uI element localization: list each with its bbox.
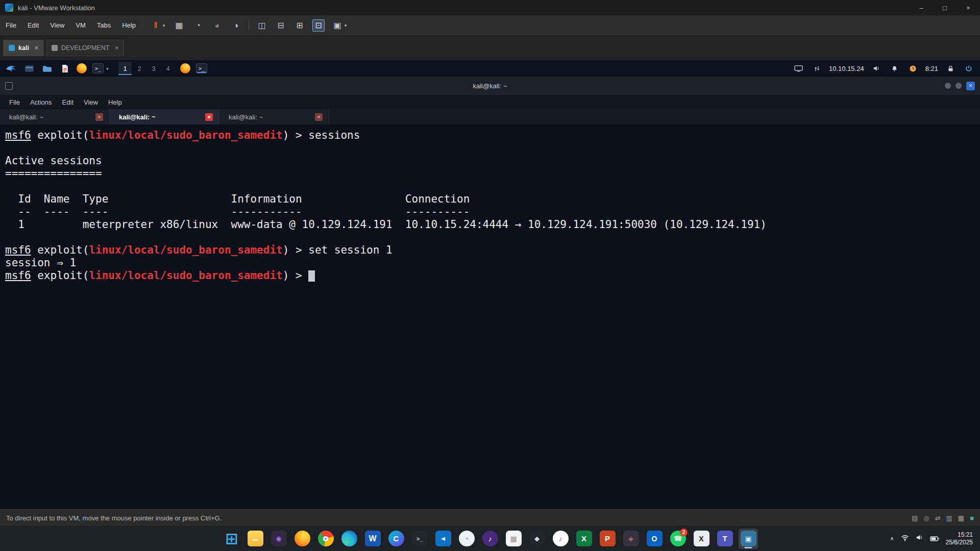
sound-device-icon[interactable]: ▦	[958, 514, 964, 522]
terminal-close-button[interactable]: ×	[966, 82, 975, 90]
menu-item[interactable]: Help	[116, 15, 141, 35]
terminal-tab-close-icon[interactable]: ×	[315, 113, 323, 121]
power-icon[interactable]	[963, 62, 975, 74]
volume-icon[interactable]	[870, 62, 883, 74]
app-icon-dark[interactable]: ◈	[621, 529, 641, 549]
terminal-titlebar[interactable]: kali@kali: ~ ×	[0, 77, 980, 95]
firefox-launcher-icon[interactable]	[77, 63, 87, 73]
terminal-menu-item[interactable]: Help	[103, 98, 127, 106]
revert-snapshot-icon[interactable]: ◕	[211, 19, 223, 32]
x-app-icon[interactable]: X	[692, 529, 711, 549]
send-cad-icon[interactable]: ▦	[173, 19, 185, 32]
firefox-running-icon[interactable]	[180, 63, 190, 73]
workspace-switcher: 1 2 3 4	[118, 62, 175, 75]
display-monitor-icon[interactable]	[792, 62, 804, 74]
start-button[interactable]: ⊞	[222, 529, 241, 549]
thumbnail-view-icon[interactable]: ⊞	[293, 19, 306, 32]
workspace-button[interactable]: 3	[147, 62, 160, 75]
file-manager-icon[interactable]	[23, 62, 35, 74]
cd-status-icon[interactable]: ◎	[923, 514, 929, 522]
terminal-menu-item[interactable]: File	[4, 98, 25, 106]
suspend-button[interactable]: ‖	[150, 19, 162, 32]
close-button[interactable]: ×	[957, 0, 980, 15]
terminal-launcher-caret-icon[interactable]: ▾	[106, 66, 109, 71]
terminal-content[interactable]: msf6 exploit(linux/local/sudo_baron_same…	[0, 124, 980, 509]
powerpoint-icon[interactable]: P	[598, 529, 617, 549]
prompt-suffix: ) >	[283, 269, 309, 282]
hdd-activity-icon[interactable]: ▤	[912, 514, 918, 522]
chrome-icon[interactable]	[316, 529, 335, 549]
vm-tab[interactable]: DEVELOPMENT ×	[46, 40, 124, 56]
notifications-bell-icon[interactable]	[889, 62, 901, 74]
whatsapp-icon[interactable]: ☎ 2	[668, 529, 688, 549]
minimize-button[interactable]: –	[910, 0, 933, 15]
fullscreen-button[interactable]: ▣	[331, 19, 344, 32]
terminal-tab-close-icon[interactable]: ×	[205, 113, 213, 121]
usb-device-icon[interactable]: ▥	[946, 514, 952, 522]
maximize-button[interactable]: □	[933, 0, 957, 15]
word-icon[interactable]: W	[363, 529, 382, 549]
firefox-icon[interactable]	[292, 529, 312, 549]
terminal-app-icon[interactable]: >_	[410, 529, 429, 549]
vscode-icon[interactable]: ◄	[433, 529, 453, 549]
battery-icon[interactable]	[930, 534, 939, 543]
terminal-maximize-button[interactable]	[955, 83, 962, 89]
clock-icon[interactable]	[907, 62, 919, 74]
terminal-running-icon[interactable]: >_	[196, 63, 207, 73]
app-icon-light[interactable]: ◔	[457, 529, 476, 549]
library-toggle-icon[interactable]: ◫	[256, 19, 268, 32]
terminal-menu-item[interactable]: Actions	[25, 98, 57, 106]
vm-tab[interactable]: kali ×	[3, 40, 44, 56]
network-traffic-icon[interactable]	[811, 62, 823, 74]
workspace-button[interactable]: 1	[118, 62, 132, 75]
tab-close-icon[interactable]: ×	[35, 44, 38, 52]
terminal-menu-item[interactable]: View	[79, 98, 103, 106]
menu-item[interactable]: View	[44, 15, 70, 35]
workspace-button[interactable]: 2	[133, 62, 146, 75]
terminal-tab[interactable]: kali@kali: ~ ×	[219, 109, 329, 124]
wifi-icon[interactable]	[901, 534, 909, 543]
vmware-workstation-icon[interactable]: ▣	[739, 529, 758, 549]
text-editor-icon[interactable]	[59, 62, 71, 74]
suspend-caret[interactable]: ▾	[161, 19, 166, 32]
tray-volume-icon[interactable]	[916, 534, 923, 543]
microsoft-store-icon[interactable]: ▦	[504, 529, 523, 549]
teams-icon[interactable]: T	[715, 529, 734, 549]
lock-icon[interactable]	[944, 62, 957, 74]
terminal-tab[interactable]: kali@kali: ~ ×	[0, 109, 110, 124]
take-snapshot-icon[interactable]: ◔	[192, 19, 204, 32]
menu-item[interactable]: Tabs	[91, 15, 116, 35]
terminal-menu-item[interactable]: Edit	[57, 98, 79, 106]
prompt-suffix: ) >	[283, 244, 309, 256]
apple-music-icon[interactable]: ♪	[551, 529, 570, 549]
excel-icon[interactable]: X	[574, 529, 594, 549]
diamond-app-icon[interactable]: ◆	[527, 529, 547, 549]
tray-chevron-up-icon[interactable]: ∧	[890, 535, 894, 542]
menu-item[interactable]: File	[0, 15, 22, 35]
console-focus-button[interactable]: ⊡	[312, 19, 325, 32]
kali-menu-button[interactable]	[5, 62, 17, 74]
file-explorer-icon[interactable]: ▬	[246, 529, 265, 549]
taskbar-clock[interactable]: 15:21 25/6/2025	[946, 531, 973, 546]
terminal-launcher-icon[interactable]: >_	[92, 63, 104, 73]
tab-close-icon[interactable]: ×	[115, 44, 118, 52]
workspace-button[interactable]: 4	[161, 62, 175, 75]
outlook-icon[interactable]: O	[645, 529, 664, 549]
app-icon-purple[interactable]: ◉	[269, 529, 288, 549]
edge-icon[interactable]	[339, 529, 359, 549]
music-app-icon[interactable]: ♪	[480, 529, 500, 549]
menu-item[interactable]: VM	[70, 15, 91, 35]
network-adapter-icon[interactable]: ⇄	[935, 514, 941, 522]
console-view-icon[interactable]: ⊟	[275, 19, 287, 32]
terminal-minimize-button[interactable]	[945, 83, 951, 89]
manage-snapshots-icon[interactable]: ◑	[230, 19, 242, 32]
menu-item[interactable]: Edit	[22, 15, 44, 35]
folder-icon[interactable]	[41, 62, 53, 74]
terminal-tab-close-icon[interactable]: ×	[95, 113, 103, 121]
message-panel-icon[interactable]: ■	[970, 514, 974, 522]
vm-tab-label: kali	[18, 44, 29, 52]
toolbar-separator[interactable]	[249, 21, 249, 30]
canva-icon[interactable]: C	[386, 529, 406, 549]
terminal-tab[interactable]: kali@kali: ~ ×	[110, 109, 219, 124]
fullscreen-caret[interactable]: ▾	[343, 19, 348, 32]
